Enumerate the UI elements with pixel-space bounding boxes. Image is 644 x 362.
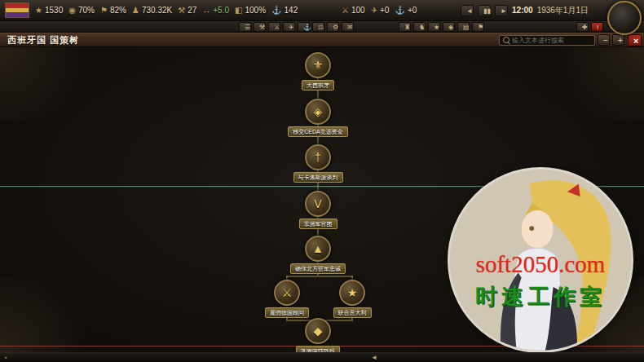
country-flag[interactable] xyxy=(5,2,29,18)
focus-node[interactable]: ★ 联合意大利 xyxy=(320,280,385,318)
ledger-icon[interactable]: ▤ xyxy=(457,22,470,32)
fuel-value: 100% xyxy=(245,6,266,15)
date-text: 1936年1月1日 xyxy=(537,5,589,16)
decisions-icon[interactable]: ◈ xyxy=(443,22,455,32)
focus-node[interactable]: V 非洲军官团 xyxy=(273,191,363,229)
focus-node[interactable]: ◆ 巩固国防阵线 xyxy=(273,318,363,356)
focus-icon: ◆ xyxy=(305,318,331,344)
settings-icon[interactable]: ⚙ xyxy=(327,22,339,32)
search-input[interactable] xyxy=(512,37,591,44)
focus-node[interactable]: ⚜ 大西班牙 xyxy=(273,52,363,90)
game-screen: ★ 1530 ◉ 70% ⚑ 82% ♟ 730.32K ⚒ 27 ↔ +5.0… xyxy=(0,0,644,362)
trade-icon: ↔ xyxy=(202,6,210,15)
window-title: 西班牙国 国策树 xyxy=(7,34,79,46)
bottom-center-icon[interactable]: ◄ xyxy=(371,354,377,361)
toolbar-center-group: ☰ ⚒ ⚔ ✈ ⚓ ⚖ ⚙ ✉ xyxy=(239,22,354,32)
stat-political-power[interactable]: ★ 1530 xyxy=(35,6,63,15)
stat-war-support[interactable]: ⚑ 82% xyxy=(100,6,126,15)
focus-icon: ⚜ xyxy=(305,52,331,78)
zoom-out-button[interactable]: − xyxy=(598,34,610,46)
army-icon[interactable]: ⚔ xyxy=(268,22,280,32)
toolbar-right-group: ♜ ♞ ★ ◈ ▤ ⚑ xyxy=(399,22,484,32)
stat-fuel[interactable]: ◧ 100% xyxy=(235,6,266,15)
focus-icon: ★ xyxy=(339,280,365,306)
favorites-icon[interactable]: ★ xyxy=(428,22,440,32)
focus-search-box[interactable] xyxy=(499,35,595,46)
stat-convoys[interactable]: ⚓ 142 xyxy=(271,6,298,15)
navy-icon[interactable]: ⚓ xyxy=(298,22,310,32)
alert-icon[interactable]: ! xyxy=(591,22,603,32)
stat-army[interactable]: ⚔ 100 xyxy=(342,6,365,15)
factories-value: 27 xyxy=(187,6,196,15)
political-power-icon: ★ xyxy=(35,6,42,15)
zoom-in-button[interactable]: + xyxy=(612,34,624,46)
political-power-value: 1530 xyxy=(45,6,63,15)
convoys-value: 142 xyxy=(285,6,298,15)
menu-toolbar: ☰ ⚒ ⚔ ✈ ⚓ ⚖ ⚙ ✉ ♜ ♞ ★ ◈ ▤ ⚑ ✚ ! xyxy=(0,21,644,33)
focus-label: 与卡洛斯派谈判 xyxy=(293,172,343,183)
stat-stability[interactable]: ◉ 70% xyxy=(68,6,95,15)
bottom-left-icon[interactable]: ▪ xyxy=(5,354,7,361)
focus-window-titlebar: 西班牙国 国策树 − + × xyxy=(0,33,644,47)
convoy-icon: ⚓ xyxy=(271,6,281,15)
stat-trade[interactable]: ↔ +5.0 xyxy=(202,6,229,15)
focus-icon: ◈ xyxy=(305,99,331,125)
focus-label: 移交CEDA竞选资金 xyxy=(288,126,347,137)
war-support-icon: ⚑ xyxy=(100,6,108,15)
trade-value: +5.0 xyxy=(213,6,229,15)
time-text: 12:00 xyxy=(512,6,533,15)
production-icon[interactable]: ⚒ xyxy=(254,22,266,32)
search-icon xyxy=(503,37,509,43)
game-clock: ◄ ▮▮ ► 12:00 1936年1月1日 xyxy=(461,5,589,16)
focus-node[interactable]: ⚔ 雇佣德国顾问 xyxy=(254,280,320,318)
navy-value: +0 xyxy=(408,6,417,15)
focus-icon: ▲ xyxy=(305,236,331,262)
pause-button[interactable]: ▮▮ xyxy=(478,5,491,16)
manpower-icon: ♟ xyxy=(132,6,139,15)
focus-connector xyxy=(286,276,353,277)
trade-icon[interactable]: ⚖ xyxy=(312,22,324,32)
menu-icon[interactable]: ☰ xyxy=(239,22,251,32)
watermark-badge: soft2050.com 时速工作室 xyxy=(448,167,633,353)
focus-label: 确保北方驻军忠诚 xyxy=(290,263,346,274)
close-button[interactable]: × xyxy=(628,34,642,46)
focus-icon: ⚔ xyxy=(274,280,300,306)
objectives-icon[interactable]: ⚑ xyxy=(472,22,484,32)
stability-value: 70% xyxy=(78,6,95,15)
focus-label: 联合意大利 xyxy=(333,307,372,318)
focus-label: 大西班牙 xyxy=(302,80,334,90)
war-support-value: 82% xyxy=(110,6,126,15)
add-icon[interactable]: ✚ xyxy=(576,22,589,32)
focus-node[interactable]: ◈ 移交CEDA竞选资金 xyxy=(273,99,363,137)
mail-icon[interactable]: ✉ xyxy=(342,22,354,32)
watermark-studio: 时速工作室 xyxy=(450,282,631,311)
focus-node[interactable]: † 与卡洛斯派谈判 xyxy=(273,144,363,183)
bottom-bar: ▪ ◄ xyxy=(0,352,644,362)
focus-label: 雇佣德国顾问 xyxy=(265,307,309,318)
stat-air[interactable]: ✈ +0 xyxy=(371,6,390,15)
speed-down-button[interactable]: ◄ xyxy=(461,5,474,16)
focus-icon: V xyxy=(305,191,331,217)
cavalry-icon[interactable]: ♞ xyxy=(413,22,426,32)
speed-up-button[interactable]: ► xyxy=(495,5,508,16)
airplane-icon: ✈ xyxy=(371,6,377,15)
top-resource-bar: ★ 1530 ◉ 70% ⚑ 82% ♟ 730.32K ⚒ 27 ↔ +5.0… xyxy=(0,0,644,21)
toolbar-far-group: ✚ ! xyxy=(576,22,603,32)
stat-manpower[interactable]: ♟ 730.32K xyxy=(132,6,172,15)
leader-portrait[interactable] xyxy=(607,1,642,35)
fuel-icon: ◧ xyxy=(235,6,242,15)
units-icon[interactable]: ♜ xyxy=(399,22,411,32)
stat-navy[interactable]: ⚓ +0 xyxy=(395,6,417,15)
stat-factories[interactable]: ⚒ 27 xyxy=(178,6,196,15)
factory-icon: ⚒ xyxy=(178,6,185,15)
anchor-icon: ⚓ xyxy=(395,6,404,15)
airforce-icon[interactable]: ✈ xyxy=(283,22,295,32)
army-value: 100 xyxy=(351,6,365,15)
focus-label: 非洲军官团 xyxy=(299,219,337,229)
watermark-url: soft2050.com xyxy=(450,251,631,278)
focus-node[interactable]: ▲ 确保北方驻军忠诚 xyxy=(273,236,363,274)
focus-icon: † xyxy=(305,144,331,170)
manpower-value: 730.32K xyxy=(142,6,172,15)
stability-icon: ◉ xyxy=(68,6,76,15)
army-icon: ⚔ xyxy=(342,6,349,15)
